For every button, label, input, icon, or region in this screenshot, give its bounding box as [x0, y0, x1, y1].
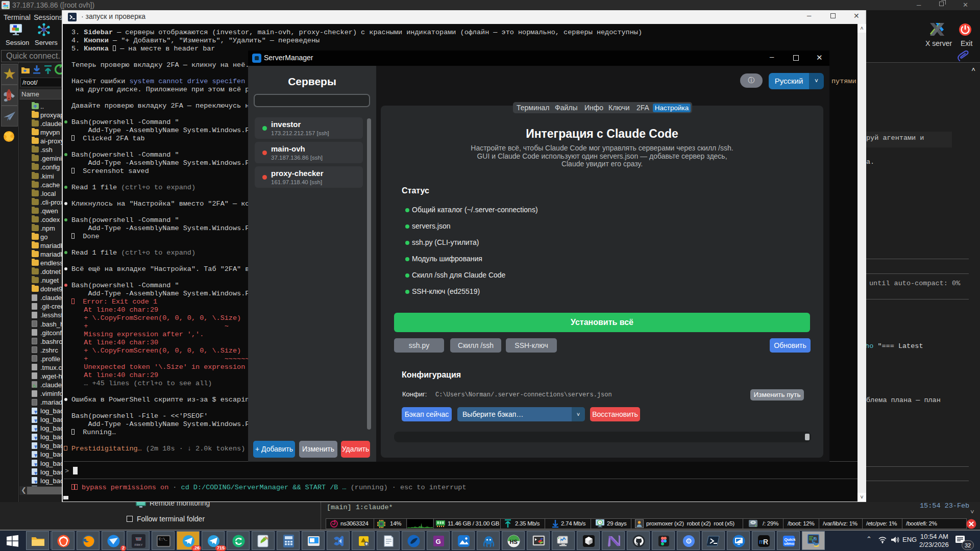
svg-text:FRKY: FRKY	[135, 543, 143, 546]
svg-text:R: R	[763, 538, 768, 546]
svg-text:HS: HS	[510, 539, 518, 545]
svg-text:utmo: utmo	[785, 541, 795, 546]
svg-text:C:\_: C:\_	[159, 537, 168, 541]
svg-text:G: G	[436, 538, 441, 545]
